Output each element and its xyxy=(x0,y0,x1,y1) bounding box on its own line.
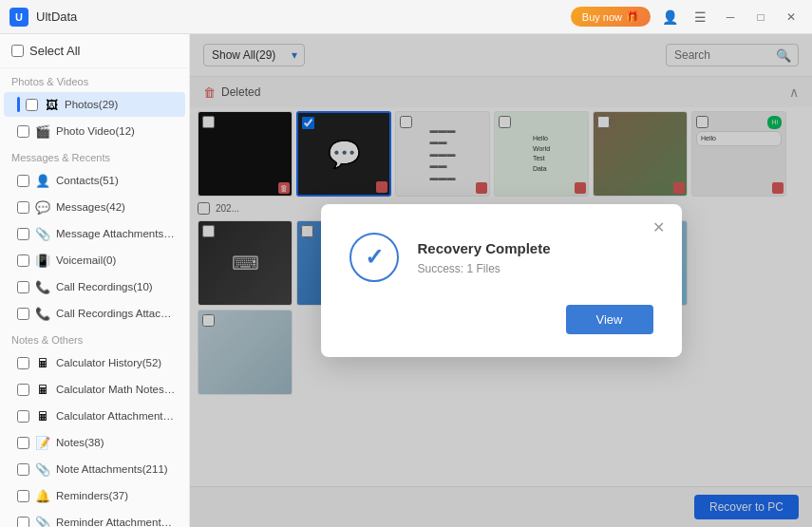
buy-now-label: Buy now xyxy=(582,11,622,23)
success-checkmark: ✓ xyxy=(349,233,399,282)
notes-label: Notes(38) xyxy=(56,437,104,448)
title-bar: U UltData Buy now 🎁 👤 ☰ ─ □ ✕ xyxy=(0,0,812,34)
section-messages: Messages & Recents xyxy=(0,144,189,167)
call-rec-att-icon: 📞 xyxy=(35,306,50,321)
msg-attach-label: Message Attachments(16) xyxy=(56,228,176,239)
section-notes-others: Notes & Others xyxy=(0,327,189,349)
messages-label: Messages(42) xyxy=(56,201,125,213)
modal-body: ✓ Recovery Complete Success: 1 Files xyxy=(349,233,653,282)
maximize-button[interactable]: □ xyxy=(749,6,772,28)
sidebar-item-photos[interactable]: 🖼 Photos(29) xyxy=(4,92,185,117)
calc-attach-icon: 🖩 xyxy=(35,408,50,423)
sidebar-item-calc-math[interactable]: 🖩 Calculator Math Notes(6) xyxy=(4,377,185,402)
active-bar xyxy=(17,97,20,112)
contacts-checkbox[interactable] xyxy=(17,175,29,187)
reminder-attach-icon: 📎 xyxy=(35,515,50,527)
calc-attach-checkbox[interactable] xyxy=(17,410,29,423)
select-all-checkbox[interactable] xyxy=(11,45,24,57)
calc-math-icon: 🖩 xyxy=(35,382,50,397)
sidebar-item-calc-attach[interactable]: 🖩 Calculator Attachments(30) xyxy=(4,404,185,428)
sidebar-item-notes[interactable]: 📝 Notes(38) xyxy=(4,430,185,455)
photos-label: Photos(29) xyxy=(65,99,118,110)
content-area: Show All(29) 🔍 🗑 Deleted ∧ 🗑 xyxy=(190,34,812,527)
photos-icon: 🖼 xyxy=(44,97,59,112)
recovery-modal: ✕ ✓ Recovery Complete Success: 1 Files V… xyxy=(321,204,682,357)
sidebar-item-photo-video[interactable]: 🎬 Photo Video(12) xyxy=(4,119,185,143)
modal-overlay: ✕ ✓ Recovery Complete Success: 1 Files V… xyxy=(190,34,812,527)
modal-title: Recovery Complete xyxy=(418,240,653,256)
contacts-label: Contacts(51) xyxy=(56,175,119,186)
calc-history-checkbox[interactable] xyxy=(17,357,29,369)
modal-subtitle: Success: 1 Files xyxy=(418,262,653,275)
photo-video-label: Photo Video(12) xyxy=(56,125,135,137)
reminder-attach-label: Reminder Attachments(27) xyxy=(56,517,176,527)
minimize-button[interactable]: ─ xyxy=(719,6,742,28)
modal-footer: View xyxy=(349,305,653,334)
reminders-icon: 🔔 xyxy=(35,488,50,503)
app-logo: U xyxy=(9,8,28,27)
sidebar-item-call-rec[interactable]: 📞 Call Recordings(10) xyxy=(4,274,185,299)
note-attach-label: Note Attachments(211) xyxy=(56,463,168,475)
checkmark-icon: ✓ xyxy=(365,244,384,271)
modal-text-block: Recovery Complete Success: 1 Files xyxy=(418,233,653,275)
section-photos-videos: Photos & Videos xyxy=(0,68,189,91)
close-button[interactable]: ✕ xyxy=(780,6,803,28)
voicemail-icon: 📳 xyxy=(35,253,50,268)
note-attach-checkbox[interactable] xyxy=(17,463,29,476)
sidebar-item-calc-history[interactable]: 🖩 Calculator History(52) xyxy=(4,350,185,375)
call-rec-icon: 📞 xyxy=(35,279,50,294)
calc-history-label: Calculator History(52) xyxy=(56,357,161,368)
notes-checkbox[interactable] xyxy=(17,437,29,449)
call-rec-label: Call Recordings(10) xyxy=(56,281,153,292)
voicemail-label: Voicemail(0) xyxy=(56,254,116,266)
sidebar-item-call-rec-att[interactable]: 📞 Call Recordings Attachment... xyxy=(4,301,185,326)
sidebar-item-contacts[interactable]: 👤 Contacts(51) xyxy=(4,168,185,193)
reminders-checkbox[interactable] xyxy=(17,490,29,502)
photo-video-checkbox[interactable] xyxy=(17,125,29,138)
sidebar-item-messages[interactable]: 💬 Messages(42) xyxy=(4,195,185,219)
buy-now-button[interactable]: Buy now 🎁 xyxy=(571,7,651,27)
photo-video-icon: 🎬 xyxy=(35,123,50,139)
voicemail-checkbox[interactable] xyxy=(17,254,29,267)
sidebar-item-voicemail[interactable]: 📳 Voicemail(0) xyxy=(4,248,185,273)
contacts-icon: 👤 xyxy=(35,173,50,188)
modal-view-button[interactable]: View xyxy=(566,305,653,334)
app-title: UltData xyxy=(36,9,571,24)
photos-checkbox[interactable] xyxy=(26,99,38,111)
sidebar: Select All Photos & Videos 🖼 Photos(29) … xyxy=(0,34,190,527)
reminder-attach-checkbox[interactable] xyxy=(17,517,29,528)
messages-checkbox[interactable] xyxy=(17,201,29,214)
calc-attach-label: Calculator Attachments(30) xyxy=(56,410,176,422)
select-all-label: Select All xyxy=(29,44,80,58)
sidebar-item-note-attach[interactable]: 📎 Note Attachments(211) xyxy=(4,457,185,481)
msg-attach-icon: 📎 xyxy=(35,226,50,241)
sidebar-item-msg-attach[interactable]: 📎 Message Attachments(16) xyxy=(4,221,185,246)
sidebar-item-reminders[interactable]: 🔔 Reminders(37) xyxy=(4,483,185,508)
calc-history-icon: 🖩 xyxy=(35,355,50,370)
reminders-label: Reminders(37) xyxy=(56,490,128,501)
call-rec-att-label: Call Recordings Attachment... xyxy=(56,308,176,319)
call-rec-checkbox[interactable] xyxy=(17,281,29,293)
select-all-section[interactable]: Select All xyxy=(0,34,189,68)
sidebar-item-reminder-attach[interactable]: 📎 Reminder Attachments(27) xyxy=(4,510,185,527)
note-attach-icon: 📎 xyxy=(35,461,50,477)
calc-math-label: Calculator Math Notes(6) xyxy=(56,384,176,395)
msg-attach-checkbox[interactable] xyxy=(17,228,29,240)
menu-icon[interactable]: ☰ xyxy=(689,6,711,28)
titlebar-actions: Buy now 🎁 👤 ☰ ─ □ ✕ xyxy=(571,6,803,28)
notes-icon: 📝 xyxy=(35,435,50,450)
modal-close-button[interactable]: ✕ xyxy=(648,216,670,238)
messages-icon: 💬 xyxy=(35,199,50,215)
call-rec-att-checkbox[interactable] xyxy=(17,308,29,320)
main-layout: Select All Photos & Videos 🖼 Photos(29) … xyxy=(0,34,812,527)
user-icon[interactable]: 👤 xyxy=(658,6,681,28)
gift-icon: 🎁 xyxy=(626,10,639,23)
calc-math-checkbox[interactable] xyxy=(17,384,29,396)
